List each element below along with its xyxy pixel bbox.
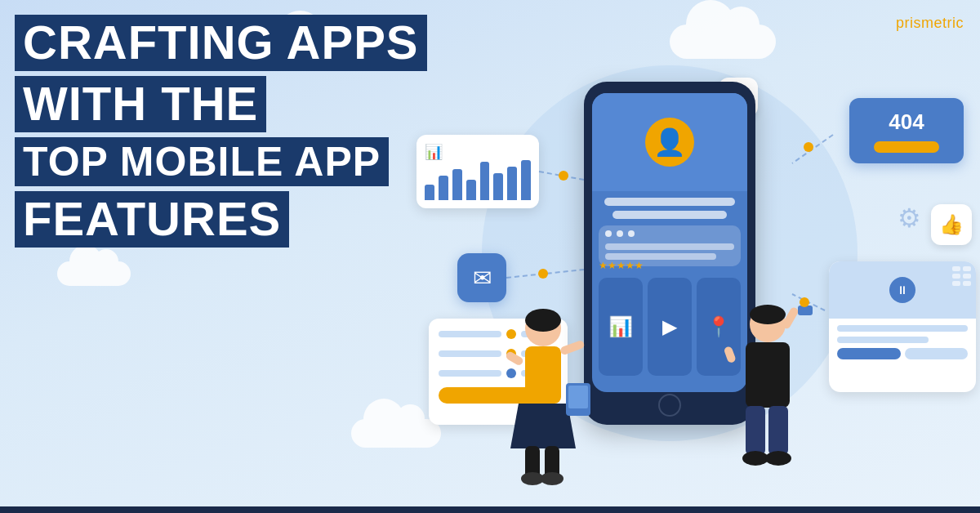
bar-2 [439,176,448,200]
bar-8 [521,160,531,201]
chat-dot-2 [617,230,623,237]
svg-rect-4 [505,350,524,367]
phone-stars: ★★★★★ [599,260,644,271]
phone-home-button [658,394,681,417]
phone-bar-sub [612,211,727,219]
grid-cell-5 [952,281,960,286]
title-line-4: FEATURES [15,191,289,248]
phone-tile-chart: 📊 [599,278,643,376]
chart-icon: 📊 [608,315,633,338]
avatar-icon: 👤 [653,127,686,158]
title-line-3: TOP MOBILE APP [15,137,389,187]
svg-point-13 [750,305,786,324]
analytics-bars [425,155,531,200]
media-content [829,319,976,366]
media-play-button[interactable]: ⏸ [889,277,915,303]
svg-rect-5 [559,340,586,356]
svg-point-9 [541,472,564,485]
gear-icon-right: ⚙ [898,203,921,234]
chat-line-2 [605,253,716,260]
chat-dot-1 [605,230,612,237]
media-btn-2 [905,348,969,359]
cloud-2 [57,261,131,286]
svg-point-21 [765,451,791,466]
svg-point-1 [525,309,561,332]
media-grid [952,266,971,286]
grid-cell-4 [963,274,971,279]
settings-line-2 [439,350,501,357]
play-icon: ▶ [662,315,677,338]
phone-bar-name [604,198,735,206]
svg-rect-15 [724,346,737,364]
grid-cell-2 [963,266,971,271]
like-card: 👍 [931,204,972,245]
svg-rect-14 [746,342,790,408]
bar-3 [452,169,462,201]
media-card: ⏸ [829,261,976,392]
email-card: ✉ [457,253,506,302]
media-buttons [837,348,968,359]
phone-avatar: 👤 [645,118,694,167]
phone-tiles: 📊 ▶ 📍 [599,278,741,376]
email-icon: ✉ [473,265,492,292]
media-line-2 [837,337,929,343]
media-preview: ⏸ [829,261,976,319]
chat-line-1 [605,243,734,250]
error-bar [874,141,939,153]
svg-point-8 [521,472,544,485]
pause-icon: ⏸ [897,283,908,297]
illustration-area: ⚙ 🏠 📊 ✉ ▶ ▶ [368,0,980,513]
bottom-bar [0,506,980,513]
bar-5 [480,162,490,200]
card-404: 404 [849,98,964,163]
title-line-2: WITH THE [15,76,266,132]
title-line-1: CRAFTING APPS [15,15,427,71]
svg-rect-2 [525,346,561,404]
bar-4 [466,180,476,200]
media-btn-1 [837,348,901,359]
phone-tile-play: ▶ [648,278,692,376]
man-figure [723,301,813,493]
girl-figure [494,306,592,488]
settings-line-3 [439,370,501,377]
thumbs-up-icon: 👍 [939,213,964,236]
svg-point-20 [742,451,768,466]
media-line-1 [837,325,968,332]
grid-cell-6 [963,281,971,286]
svg-rect-18 [746,406,765,455]
svg-rect-19 [768,406,788,455]
svg-rect-17 [798,306,813,315]
bar-1 [425,185,434,200]
svg-rect-11 [568,386,588,408]
slider-icon: 📊 [425,143,443,161]
bar-7 [507,167,517,200]
grid-cell-1 [952,266,960,271]
chat-dot-3 [628,230,635,237]
analytics-card: 📊 [416,135,539,208]
settings-line [439,331,501,337]
bar-6 [493,173,503,200]
error-code: 404 [889,109,924,135]
grid-cell-3 [952,274,960,279]
